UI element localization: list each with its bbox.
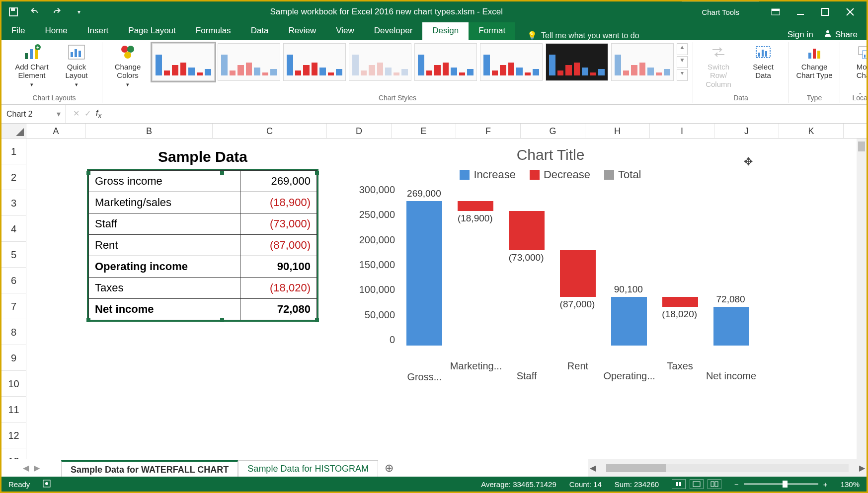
tab-developer[interactable]: Developer <box>364 22 423 40</box>
table-cell-value[interactable]: (18,020) <box>240 278 317 299</box>
sheet-tab-waterfall[interactable]: Sample Data for WATERFALL CHART <box>61 460 238 477</box>
close-icon[interactable] <box>845 6 856 17</box>
macro-record-icon[interactable] <box>43 480 51 489</box>
row-header[interactable]: 4 <box>1 216 26 242</box>
change-chart-type-button[interactable]: Change Chart Type <box>794 43 835 80</box>
row-header[interactable]: 3 <box>1 190 26 216</box>
tab-formulas[interactable]: Formulas <box>186 22 241 40</box>
column-header[interactable]: K <box>779 124 844 138</box>
table-cell-label[interactable]: Taxes <box>89 278 240 299</box>
chart-title[interactable]: Chart Title <box>339 144 762 168</box>
table-cell-label[interactable]: Marketing/sales <box>89 192 240 213</box>
chart-legend[interactable]: Increase Decrease Total <box>339 168 762 181</box>
undo-icon[interactable] <box>28 5 42 19</box>
table-cell-label[interactable]: Net income <box>89 299 240 320</box>
view-normal-icon[interactable] <box>672 479 686 489</box>
column-header[interactable]: F <box>456 124 521 138</box>
tell-me-search[interactable]: 💡 Tell me what you want to do <box>515 31 788 40</box>
row-header[interactable]: 8 <box>1 319 26 345</box>
row-header[interactable]: 9 <box>1 345 26 371</box>
fx-icon[interactable]: fx <box>96 109 101 119</box>
waterfall-chart[interactable]: Chart Title ✥ Increase Decrease Total 30… <box>339 144 762 408</box>
minimize-icon[interactable] <box>795 6 806 17</box>
table-cell-label[interactable]: Rent <box>89 235 240 256</box>
chart-style-4[interactable] <box>349 43 411 81</box>
row-header[interactable]: 6 <box>1 268 26 293</box>
tab-view[interactable]: View <box>326 22 364 40</box>
table-cell-value[interactable]: (73,000) <box>240 213 317 235</box>
chart-styles-gallery[interactable]: ▲ ▼ ▾ <box>152 43 688 81</box>
table-cell-value[interactable]: (18,900) <box>240 192 317 213</box>
chart-bar[interactable] <box>713 307 749 346</box>
change-colors-button[interactable]: Change Colors▾ <box>107 43 148 87</box>
chart-bar[interactable] <box>560 250 596 297</box>
column-header[interactable]: H <box>585 124 650 138</box>
gallery-scroll-up[interactable]: ▲ <box>677 43 688 55</box>
column-header[interactable]: J <box>714 124 779 138</box>
table-cell-value[interactable]: (87,000) <box>240 235 317 256</box>
quick-layout-button[interactable]: Quick Layout▾ <box>56 43 97 87</box>
tab-format[interactable]: Format <box>469 22 515 40</box>
tab-home[interactable]: Home <box>35 22 77 40</box>
column-header[interactable]: B <box>86 124 213 138</box>
tab-scroll-right[interactable]: ▶ <box>34 463 40 473</box>
zoom-level[interactable]: 130% <box>841 480 860 489</box>
column-header[interactable]: I <box>650 124 714 138</box>
maximize-icon[interactable] <box>820 6 831 17</box>
tab-insert[interactable]: Insert <box>78 22 119 40</box>
zoom-slider[interactable]: − + <box>734 480 828 489</box>
tab-file[interactable]: File <box>1 22 35 40</box>
chart-bar[interactable] <box>509 211 545 250</box>
row-header[interactable]: 1 <box>1 139 26 164</box>
sign-in-link[interactable]: Sign in <box>788 30 813 40</box>
row-header[interactable]: 10 <box>1 371 26 397</box>
tab-scroll-left[interactable]: ◀ <box>23 463 29 473</box>
chart-style-8[interactable] <box>611 43 674 81</box>
gallery-more[interactable]: ▾ <box>677 69 688 81</box>
select-all-button[interactable] <box>1 124 26 139</box>
chart-style-5[interactable] <box>414 43 477 81</box>
data-table-selection[interactable]: Sample Data Gross income269,000Marketing… <box>88 148 317 320</box>
chart-bar[interactable] <box>406 201 442 346</box>
chart-style-6[interactable] <box>480 43 543 81</box>
chevron-down-icon[interactable]: ▾ <box>57 109 61 119</box>
chevron-down-icon[interactable]: ▾ <box>72 5 86 19</box>
horizontal-scrollbar[interactable]: ◀▶ <box>588 459 867 477</box>
add-chart-element-button[interactable]: + Add Chart Element▾ <box>11 43 52 87</box>
row-header[interactable]: 7 <box>1 293 26 319</box>
tab-data[interactable]: Data <box>241 22 279 40</box>
share-button[interactable]: Share <box>823 29 858 40</box>
tab-review[interactable]: Review <box>279 22 326 40</box>
chart-bar[interactable] <box>458 201 493 211</box>
tab-page-layout[interactable]: Page Layout <box>118 22 185 40</box>
table-cell-value[interactable]: 72,080 <box>240 299 317 320</box>
move-chart-button[interactable]: Move Chart <box>845 43 868 80</box>
vertical-scrollbar[interactable] <box>857 139 867 461</box>
column-header[interactable]: G <box>521 124 585 138</box>
save-icon[interactable] <box>6 5 20 19</box>
table-cell-value[interactable]: 269,000 <box>240 171 317 192</box>
row-header[interactable]: 11 <box>1 397 26 423</box>
new-sheet-button[interactable]: ⊕ <box>378 459 400 477</box>
row-header[interactable]: 12 <box>1 423 26 448</box>
view-page-break-icon[interactable] <box>708 479 721 489</box>
table-cell-label[interactable]: Gross income <box>89 171 240 192</box>
chart-style-3[interactable] <box>283 43 346 81</box>
sheet-tab-histogram[interactable]: Sample Data for HISTOGRAM <box>238 460 378 477</box>
chart-bar[interactable] <box>662 297 698 307</box>
zoom-out-icon[interactable]: − <box>734 480 739 489</box>
column-header[interactable]: A <box>26 124 86 138</box>
redo-icon[interactable] <box>50 5 64 19</box>
select-data-button[interactable]: Select Data <box>743 43 784 80</box>
row-header[interactable]: 5 <box>1 242 26 268</box>
collapse-ribbon-icon[interactable]: ˆ <box>859 92 862 101</box>
row-header[interactable]: 2 <box>1 164 26 190</box>
chart-style-7[interactable] <box>546 43 608 81</box>
ribbon-options-icon[interactable] <box>770 6 781 17</box>
column-header[interactable]: E <box>392 124 456 138</box>
chart-style-2[interactable] <box>218 43 280 81</box>
chart-bar[interactable] <box>611 297 647 346</box>
tab-design[interactable]: Design <box>422 22 469 40</box>
name-box[interactable]: Chart 2▾ <box>1 105 66 123</box>
table-cell-label[interactable]: Operating income <box>89 256 240 278</box>
